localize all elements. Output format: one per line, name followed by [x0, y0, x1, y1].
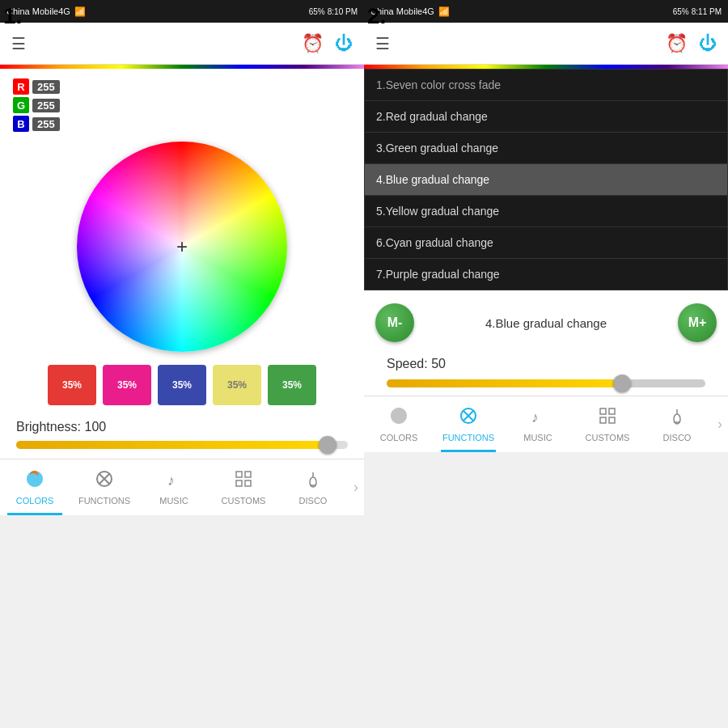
swatch-yellow[interactable]: 35% — [213, 365, 261, 405]
nav-functions-label-2: FUNCTIONS — [442, 433, 494, 442]
svg-rect-16 — [609, 408, 615, 414]
b-value: 255 — [32, 117, 60, 131]
power-icon-1[interactable]: ⏻ — [335, 33, 353, 54]
disco-icon-2 — [667, 406, 687, 430]
clock-icon-1[interactable]: ⏰ — [302, 33, 324, 54]
status-bar-1: China Mobile4G 📶 65% 8:10 PM — [0, 0, 364, 23]
nav-colors-label-1: COLORS — [16, 496, 53, 506]
screen2-label: 2. — [367, 3, 386, 29]
customs-icon-1 — [234, 469, 253, 493]
nav-functions-1[interactable]: FUNCTIONS — [70, 459, 139, 515]
brightness-fill — [16, 441, 332, 449]
color-swatches: 35% 35% 35% 35% 35% — [13, 365, 351, 405]
rgb-r-row: R 255 — [13, 78, 351, 95]
svg-rect-4 — [236, 472, 242, 477]
clock-icon-2[interactable]: ⏰ — [666, 33, 688, 54]
nav-music-1[interactable]: ♪ MUSIC — [139, 459, 209, 515]
brightness-slider[interactable] — [16, 441, 348, 449]
swatch-magenta[interactable]: 35% — [103, 365, 151, 405]
battery-2: 65% — [673, 7, 689, 16]
colors-icon-1 — [25, 469, 44, 493]
svg-rect-7 — [245, 480, 251, 486]
nav-music-2[interactable]: ♪ MUSIC — [503, 396, 573, 452]
status-icons-1: 65% 8:10 PM — [309, 7, 358, 16]
r-value: 255 — [32, 80, 60, 94]
speed-label: Speed: 50 — [387, 357, 705, 371]
functions-icon-1 — [95, 469, 114, 493]
battery-1: 65% — [309, 7, 325, 16]
mode-row: M- 4.Blue gradual change M+ — [375, 303, 717, 342]
svg-text:♪: ♪ — [531, 409, 539, 425]
toolbar-1: ☰ ⏰ ⏻ — [0, 23, 364, 65]
nav-arrow-1[interactable]: › — [348, 459, 364, 515]
nav-disco-label-2: DISCO — [663, 433, 692, 442]
swatch-blue[interactable]: 35% — [158, 365, 206, 405]
svg-text:♪: ♪ — [167, 472, 175, 489]
bottom-nav-2: COLORS FUNCTIONS ♪ MUSIC — [364, 396, 728, 452]
nav-disco-label-1: DISCO — [299, 496, 328, 506]
speed-section: Speed: 50 — [375, 357, 717, 387]
nav-disco-1[interactable]: DISCO — [278, 459, 348, 515]
status-icons-2: 65% 8:11 PM — [673, 7, 722, 16]
function-item-4[interactable]: 4.Blue gradual change — [365, 164, 727, 196]
function-item-1[interactable]: 1.Seven color cross fade — [365, 70, 727, 101]
bottom-nav-1: COLORS FUNCTIONS ♪ MUSIC — [0, 459, 364, 515]
menu-icon-2[interactable]: ☰ — [375, 34, 390, 53]
menu-icon-1[interactable]: ☰ — [11, 34, 26, 53]
screen1: 1. China Mobile4G 📶 65% 8:10 PM ☰ ⏰ ⏻ R … — [0, 0, 364, 728]
svg-rect-17 — [600, 417, 606, 423]
screen2: 2. China Mobile4G 📶 65% 8:11 PM ☰ ⏰ ⏻ 1.… — [364, 0, 728, 728]
color-wheel-container: + — [13, 142, 351, 352]
screen1-main: R 255 G 255 B 255 + 35% 35% — [0, 69, 364, 459]
nav-colors-2[interactable]: COLORS — [364, 396, 434, 452]
music-icon-2: ♪ — [528, 406, 548, 430]
nav-functions-label-1: FUNCTIONS — [78, 496, 130, 506]
rgb-values: R 255 G 255 B 255 — [13, 78, 351, 132]
rgb-g-row: G 255 — [13, 97, 351, 113]
function-item-2[interactable]: 2.Red gradual change — [365, 101, 727, 133]
speed-thumb[interactable] — [613, 375, 631, 392]
power-icon-2[interactable]: ⏻ — [699, 33, 717, 54]
signal-icon-2: 📶 — [438, 6, 450, 17]
crosshair: + — [176, 235, 188, 258]
status-bar-2: China Mobile4G 📶 65% 8:11 PM — [364, 0, 728, 23]
time-1: 8:10 PM — [328, 7, 358, 16]
brightness-section: Brightness: 100 — [13, 420, 351, 449]
nav-disco-2[interactable]: DISCO — [642, 396, 712, 452]
nav-colors-1[interactable]: COLORS — [0, 459, 70, 515]
nav-functions-2[interactable]: FUNCTIONS — [434, 396, 503, 452]
nav-customs-label-1: CUSTOMS — [222, 496, 266, 506]
swatch-green[interactable]: 35% — [268, 365, 316, 405]
nav-customs-1[interactable]: CUSTOMS — [209, 459, 278, 515]
function-item-7[interactable]: 7.Purple gradual change — [365, 259, 727, 290]
svg-rect-5 — [245, 472, 251, 477]
speed-slider[interactable] — [387, 379, 705, 387]
colors-icon-2 — [389, 406, 408, 430]
function-item-5[interactable]: 5.Yellow gradual change — [365, 196, 727, 227]
nav-colors-label-2: COLORS — [380, 433, 417, 442]
nav-customs-2[interactable]: CUSTOMS — [573, 396, 642, 452]
function-item-6[interactable]: 6.Cyan gradual change — [365, 227, 727, 259]
functions-icon-2 — [459, 406, 478, 430]
nav-arrow-2[interactable]: › — [712, 396, 728, 452]
screen1-label: 1. — [3, 3, 22, 29]
svg-rect-6 — [236, 480, 242, 486]
disco-icon-1 — [303, 469, 323, 493]
mode-name: 4.Blue gradual change — [414, 316, 678, 330]
function-item-3[interactable]: 3.Green gradual change — [365, 133, 727, 164]
color-wheel[interactable]: + — [77, 142, 287, 352]
functions-list: 1.Seven color cross fade 2.Red gradual c… — [364, 69, 728, 290]
b-label: B — [13, 116, 29, 132]
nav-customs-label-2: CUSTOMS — [586, 433, 630, 442]
brightness-thumb[interactable] — [319, 436, 336, 454]
signal-icon-1: 📶 — [74, 6, 86, 17]
swatch-red[interactable]: 35% — [48, 365, 96, 405]
mode-controls: M- 4.Blue gradual change M+ Speed: 50 — [364, 290, 728, 396]
music-icon-1: ♪ — [164, 469, 184, 493]
nav-music-label-1: MUSIC — [159, 496, 188, 506]
m-minus-button[interactable]: M- — [375, 303, 414, 342]
g-value: 255 — [32, 99, 60, 112]
r-label: R — [13, 78, 29, 95]
m-plus-button[interactable]: M+ — [678, 303, 717, 342]
svg-rect-18 — [609, 417, 615, 423]
